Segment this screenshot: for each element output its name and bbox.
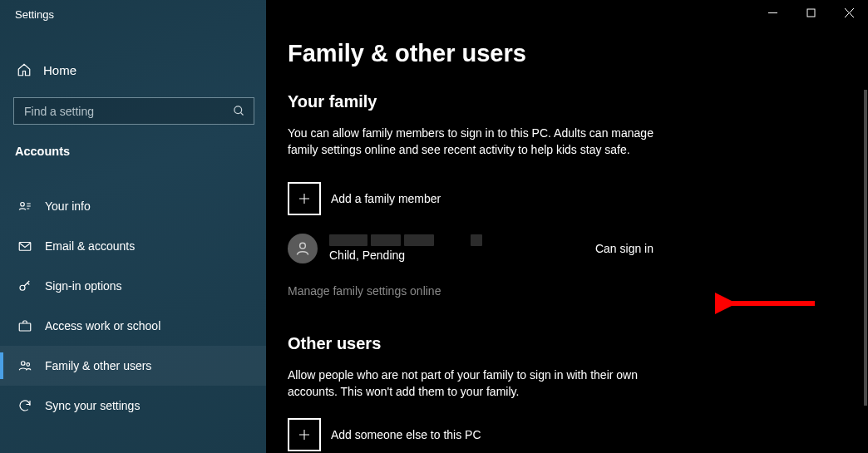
window-title: Settings (0, 0, 266, 21)
sidebar-item-your-info[interactable]: Your info (0, 186, 266, 226)
person-card-icon (17, 198, 33, 214)
svg-rect-7 (807, 9, 815, 17)
svg-point-6 (27, 363, 30, 367)
svg-rect-4 (19, 323, 31, 331)
plus-icon (288, 418, 321, 451)
svg-point-3 (20, 285, 25, 290)
svg-point-0 (234, 106, 242, 114)
sidebar-item-family-other-users[interactable]: Family & other users (0, 346, 266, 386)
mail-icon (17, 238, 33, 254)
svg-point-8 (300, 243, 306, 249)
your-family-heading: Your family (288, 92, 841, 111)
member-name-redacted (329, 234, 595, 246)
sidebar: Settings Home Accounts Your info Email &… (0, 0, 266, 453)
sidebar-section-heading: Accounts (0, 125, 266, 158)
sidebar-item-sync-settings[interactable]: Sync your settings (0, 386, 266, 426)
svg-point-5 (22, 362, 26, 366)
svg-rect-2 (19, 243, 31, 251)
window-controls (753, 0, 868, 25)
briefcase-icon (17, 318, 33, 334)
home-label: Home (43, 63, 76, 77)
sidebar-item-signin-options[interactable]: Sign-in options (0, 266, 266, 306)
sidebar-item-label: Sync your settings (45, 399, 140, 412)
manage-family-settings-link[interactable]: Manage family settings online (288, 284, 441, 298)
key-icon (17, 278, 33, 294)
sidebar-item-access-work-school[interactable]: Access work or school (0, 306, 266, 346)
add-family-member-label: Add a family member (331, 192, 441, 205)
add-family-member-button[interactable]: Add a family member (288, 182, 841, 215)
sidebar-item-label: Your info (45, 199, 91, 213)
page-title: Family & other users (288, 40, 841, 67)
sidebar-nav: Your info Email & accounts Sign-in optio… (0, 186, 266, 426)
other-users-description: Allow people who are not part of your fa… (288, 367, 653, 401)
home-icon (17, 62, 32, 77)
scrollbar-thumb[interactable] (864, 90, 867, 406)
search-icon (233, 105, 245, 117)
sidebar-item-email-accounts[interactable]: Email & accounts (0, 226, 266, 266)
maximize-button[interactable] (792, 0, 830, 25)
people-icon (17, 357, 33, 374)
your-family-description: You can allow family members to sign in … (288, 125, 653, 159)
person-icon (294, 240, 311, 257)
home-button[interactable]: Home (0, 51, 266, 77)
search-field[interactable] (24, 105, 233, 118)
add-other-user-label: Add someone else to this PC (331, 428, 481, 441)
scrollbar[interactable] (864, 23, 867, 453)
svg-point-1 (21, 203, 25, 207)
minimize-button[interactable] (753, 0, 792, 25)
family-member-row[interactable]: Child, Pending Can sign in (288, 234, 653, 263)
sidebar-item-label: Access work or school (45, 319, 160, 332)
sidebar-item-label: Family & other users (45, 359, 151, 372)
close-button[interactable] (830, 0, 868, 25)
plus-icon (288, 182, 321, 215)
add-other-user-button[interactable]: Add someone else to this PC (288, 418, 841, 451)
sync-icon (17, 397, 33, 414)
member-info: Child, Pending (329, 234, 595, 262)
avatar (288, 234, 318, 263)
main-panel: Family & other users Your family You can… (266, 0, 868, 453)
member-status: Child, Pending (329, 249, 595, 262)
sidebar-item-label: Sign-in options (45, 279, 122, 293)
other-users-heading: Other users (288, 334, 841, 353)
sidebar-item-label: Email & accounts (45, 239, 135, 253)
signin-status: Can sign in (595, 242, 653, 255)
search-input[interactable] (13, 97, 254, 125)
content-area: Family & other users Your family You can… (266, 0, 868, 451)
